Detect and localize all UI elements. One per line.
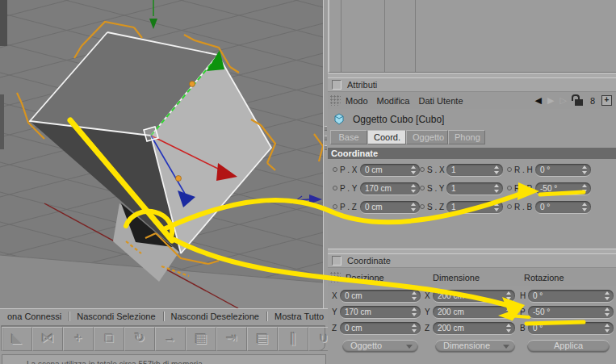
history-controls: ◀ ▶ ▷ 8 + bbox=[529, 95, 616, 106]
drag-grip-icon[interactable] bbox=[330, 95, 341, 106]
px-field[interactable]: 0 cm bbox=[360, 164, 420, 176]
rh-label: R . H bbox=[514, 165, 535, 174]
stepper-icon[interactable] bbox=[412, 324, 417, 333]
stepper-icon[interactable] bbox=[582, 203, 588, 211]
mirror-tool-icon[interactable]: ⋈ bbox=[32, 327, 63, 351]
sx-field[interactable]: 1 bbox=[446, 164, 503, 176]
attributes-titlebar[interactable]: Attributi bbox=[328, 77, 616, 92]
menu-item-seleziona-connessi[interactable]: ona Connessi bbox=[0, 312, 69, 321]
tab-phong[interactable]: Phong bbox=[448, 130, 485, 144]
move-points-tool-icon[interactable]: + bbox=[63, 327, 94, 351]
stepper-icon[interactable] bbox=[506, 324, 512, 333]
anim-dot-icon[interactable] bbox=[420, 186, 425, 190]
coordinates-title: Coordinate bbox=[347, 256, 391, 266]
stepper-icon[interactable] bbox=[494, 184, 500, 193]
status-text: La scena utilizza in totale circa 557kb … bbox=[27, 360, 203, 364]
object-manager-empty[interactable] bbox=[328, 0, 616, 73]
stepper-icon[interactable] bbox=[605, 308, 610, 316]
tab-base[interactable]: Base bbox=[330, 130, 367, 144]
anim-dot-icon[interactable] bbox=[420, 204, 425, 209]
create-polygon-tool-icon[interactable]: □ bbox=[94, 327, 124, 351]
dimensione-dropdown[interactable]: Dimensione bbox=[435, 340, 515, 352]
extrude-tool-icon[interactable]: ▤ bbox=[247, 327, 278, 351]
chevron-down-icon bbox=[406, 345, 413, 349]
pos-z-field[interactable]: 0 cm bbox=[340, 322, 421, 334]
stepper-icon[interactable] bbox=[494, 165, 500, 174]
h-label: H bbox=[520, 291, 528, 300]
anim-dot-icon[interactable] bbox=[507, 204, 512, 209]
tab-oggetto[interactable]: Oggetto bbox=[406, 130, 448, 144]
oggetto-dropdown[interactable]: Oggetto bbox=[342, 340, 418, 352]
stepper-icon[interactable] bbox=[412, 308, 417, 316]
edge-midpoint-handle[interactable] bbox=[176, 176, 182, 182]
history-forward2-icon[interactable]: ▷ bbox=[559, 95, 566, 106]
stepper-icon[interactable] bbox=[582, 165, 588, 174]
rh-field[interactable]: 0 ° bbox=[535, 164, 591, 176]
stepper-icon[interactable] bbox=[506, 308, 512, 316]
gizmo-center-handle[interactable] bbox=[144, 127, 158, 141]
rot-b-field[interactable]: 0 ° bbox=[528, 322, 614, 334]
rp-row: R . P -50 ° bbox=[507, 182, 591, 195]
menu-item-nascondi-selezione[interactable]: Nascondi Selezione bbox=[69, 312, 162, 321]
pos-x-field[interactable]: 0 cm bbox=[340, 290, 421, 302]
dim-x-field[interactable]: 200 cm bbox=[433, 290, 515, 302]
coordinates-titlebar[interactable]: Coordinate bbox=[328, 253, 616, 268]
rotate-tool-icon[interactable]: ↻ bbox=[124, 327, 155, 351]
anim-dot-icon[interactable] bbox=[507, 186, 512, 190]
matrix-extrude-tool-icon[interactable]: ▦ bbox=[186, 327, 216, 351]
anim-dot-icon[interactable] bbox=[507, 167, 512, 172]
history-forward-icon[interactable]: ▶ bbox=[547, 95, 554, 106]
disconnect-tool-icon[interactable]: ⇥ bbox=[216, 327, 247, 351]
menu-dati-utente[interactable]: Dati Utente bbox=[419, 96, 472, 106]
drag-grip-icon[interactable] bbox=[330, 272, 341, 282]
pos-y-field[interactable]: 170 cm bbox=[340, 306, 421, 318]
anim-dot-icon[interactable] bbox=[333, 204, 337, 209]
coord-x-dim-row: X 200 cm bbox=[425, 289, 517, 302]
sx-value: 1 bbox=[451, 165, 456, 174]
stepper-icon[interactable] bbox=[411, 184, 417, 193]
anim-dot-icon[interactable] bbox=[333, 167, 337, 172]
menu-modifica[interactable]: Modifica bbox=[377, 96, 419, 106]
sx-label: S . X bbox=[427, 165, 446, 174]
rb-row: R . B 0 ° bbox=[507, 200, 591, 213]
link-icon[interactable]: 8 bbox=[590, 96, 595, 106]
stepper-icon[interactable] bbox=[605, 324, 610, 333]
stepper-icon[interactable] bbox=[412, 291, 417, 300]
rp-field[interactable]: -50 ° bbox=[535, 182, 591, 195]
rot-h-field[interactable]: 0 ° bbox=[528, 290, 614, 302]
rot-p-field[interactable]: -50 ° bbox=[528, 306, 614, 318]
stepper-icon[interactable] bbox=[411, 165, 417, 174]
cinema4d-window: ona Connessi Nascondi Selezione Nascondi… bbox=[0, 0, 616, 364]
history-back-icon[interactable]: ◀ bbox=[534, 95, 541, 106]
lock-icon[interactable] bbox=[575, 99, 583, 106]
sy-field[interactable]: 1 bbox=[446, 182, 503, 195]
anim-dot-icon[interactable] bbox=[333, 186, 337, 190]
weld-tool-icon[interactable]: ∥ bbox=[278, 327, 308, 351]
stepper-icon[interactable] bbox=[582, 184, 588, 193]
menu-item-nascondi-deselezione[interactable]: Nascondi Deselezione bbox=[163, 312, 266, 321]
stepper-icon[interactable] bbox=[494, 203, 500, 211]
viewport-canvas[interactable] bbox=[0, 0, 323, 308]
dim-z-field[interactable]: 200 cm bbox=[433, 322, 515, 334]
panel-pin-checkbox[interactable] bbox=[332, 80, 342, 90]
py-field[interactable]: 170 cm bbox=[360, 182, 420, 195]
knife-tool-icon[interactable]: ◣ bbox=[2, 327, 32, 351]
stepper-icon[interactable] bbox=[605, 291, 610, 300]
rb-value: 0 ° bbox=[540, 203, 550, 211]
anim-dot-icon[interactable] bbox=[420, 167, 425, 172]
dim-y-field[interactable]: 200 cm bbox=[433, 306, 515, 318]
rb-field[interactable]: 0 ° bbox=[535, 201, 591, 213]
pz-field[interactable]: 0 cm bbox=[360, 201, 420, 213]
applica-button[interactable]: Applica bbox=[527, 340, 610, 352]
panel-pin-checkbox[interactable] bbox=[332, 256, 342, 266]
stepper-icon[interactable] bbox=[506, 291, 512, 300]
point-order-tool-icon[interactable]: → bbox=[155, 327, 186, 351]
stepper-icon[interactable] bbox=[411, 203, 417, 211]
menu-item-mostra-tutto[interactable]: Mostra Tutto bbox=[266, 312, 328, 321]
tab-coord[interactable]: Coord. bbox=[367, 130, 406, 144]
menu-modo[interactable]: Modo bbox=[346, 96, 377, 106]
sz-value: 1 bbox=[451, 203, 456, 211]
edge-midpoint-handle[interactable] bbox=[190, 82, 195, 87]
add-panel-icon[interactable]: + bbox=[601, 95, 612, 106]
sz-field[interactable]: 1 bbox=[446, 201, 503, 213]
